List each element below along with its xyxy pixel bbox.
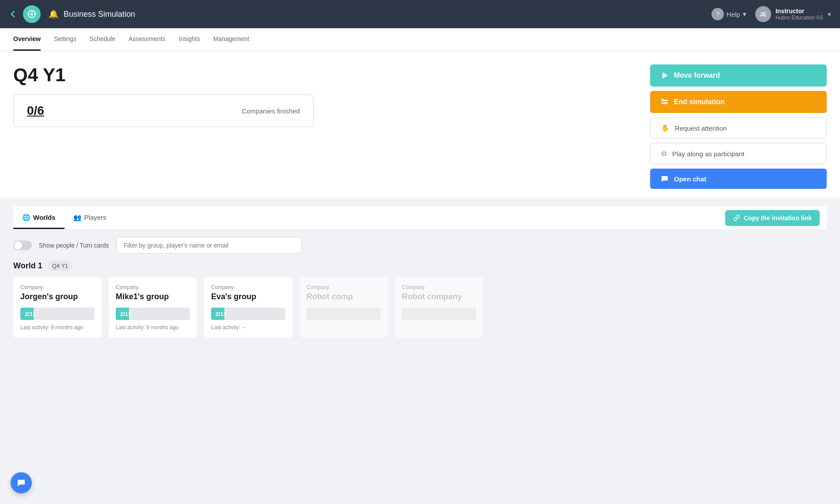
world-1-section: World 1 Q4 Y1 Company Jorgen's group 2/1… [13,261,827,338]
progress-value: 2/11 [216,311,227,317]
tab-players[interactable]: 👥 Players [64,207,115,229]
play-along-label: Play along as participant [672,150,744,158]
company-card: Company Jorgen's group 2/11 Last activit… [13,277,102,338]
user-menu[interactable]: JE Instructor Hubro Education AS ▾ [755,6,831,22]
progress-bar-fill: 2/11 [116,308,129,320]
copy-link-label: Copy the invitation link [744,214,812,222]
svg-point-3 [31,17,33,18]
user-chevron-icon: ▾ [828,10,831,19]
svg-rect-8 [662,102,668,104]
tab-schedule[interactable]: Schedule [90,28,115,51]
progress-bar-fill: 2/11 [20,308,34,320]
hand-icon: ✋ [661,124,670,132]
company-name: Robot company [402,292,476,301]
app-header: 🔔 Business Simulation ? Help ▾ JE Instru… [0,0,840,28]
tab-assessments[interactable]: Assessments [129,28,165,51]
action-buttons: Move forward End simulation ✋ Request at… [650,64,827,189]
progress-label: Companies finished [242,107,300,115]
end-simulation-button[interactable]: End simulation [650,91,827,113]
back-button[interactable] [9,10,18,19]
company-card-robot: Company Robot company [395,277,483,338]
play-along-button[interactable]: ⊙ Play along as participant [650,143,827,164]
help-label: Help [726,11,740,18]
move-forward-button[interactable]: Move forward [650,64,827,87]
svg-rect-7 [662,100,668,101]
company-cards-row: Company Jorgen's group 2/11 Last activit… [13,277,827,338]
globe-icon: 🌐 [22,214,30,222]
company-name: Robot comp [306,292,381,301]
company-label: Company [20,284,95,290]
last-activity: Last activity: 9 months ago [116,324,190,331]
tab-settings[interactable]: Settings [54,28,76,51]
content-grid: Q4 Y1 0/6 Companies finished Move forwar… [13,64,827,189]
header-right: ? Help ▾ JE Instructor Hubro Education A… [711,6,831,22]
tab-insights[interactable]: Insights [179,28,200,51]
company-name: Eva's group [211,292,285,301]
company-card-robot: Company Robot comp [299,277,388,338]
progress-bar-fill: 2/11 [211,308,224,320]
play-icon: ⊙ [661,150,667,158]
svg-point-2 [31,11,33,12]
bottom-section: 🌐 Worlds 👥 Players Copy the invitation l… [0,198,840,351]
company-card: Company Eva's group 2/11 Last activity: … [204,277,292,338]
help-icon: ? [711,8,724,20]
progress-count: 0/6 [27,104,44,118]
progress-bar: 2/11 [116,308,190,320]
players-tab-label: Players [84,214,106,221]
company-name: Mike1's group [116,292,190,301]
filter-row: Show people / Turn cards [13,237,827,254]
last-activity: Last activity: -- [211,324,285,331]
progress-value: 2/11 [120,311,131,317]
company-label: Company [402,284,476,290]
move-forward-label: Move forward [674,71,720,79]
request-attention-label: Request attention [675,124,727,132]
tab-management[interactable]: Management [213,28,250,51]
user-name: Instructor [776,8,823,15]
filter-toggle-label: Show people / Turn cards [39,242,109,249]
svg-point-1 [30,13,33,15]
players-icon: 👥 [73,214,82,222]
svg-marker-6 [662,72,668,79]
header-left: 🔔 Business Simulation [9,5,135,23]
company-name: Jorgen's group [20,292,95,301]
page-title: Q4 Y1 [13,64,650,86]
svg-point-4 [28,14,30,15]
app-logo [23,5,41,23]
company-label: Company [116,284,190,290]
notification-bell-icon[interactable]: 🔔 [49,9,58,19]
end-simulation-label: End simulation [674,98,725,106]
help-chevron-icon: ▾ [743,10,746,18]
company-label: Company [211,284,285,290]
open-chat-label: Open chat [674,175,706,183]
company-label: Company [306,284,381,290]
tab-overview[interactable]: Overview [13,28,41,51]
copy-invitation-link-button[interactable]: Copy the invitation link [725,210,820,226]
user-info-text: Instructor Hubro Education AS [776,8,823,21]
worlds-tab-label: Worlds [33,214,56,221]
open-chat-button[interactable]: Open chat [650,169,827,189]
help-button[interactable]: ? Help ▾ [711,8,746,20]
world-title: World 1 [13,261,42,271]
svg-point-5 [34,14,36,15]
avatar: JE [755,6,771,22]
company-card: Company Mike1's group 2/11 Last activity… [109,277,197,338]
period-badge: Q4 Y1 [48,261,73,271]
left-section: Q4 Y1 0/6 Companies finished [13,64,650,127]
worlds-tab-bar: 🌐 Worlds 👥 Players Copy the invitation l… [13,207,827,230]
request-attention-button[interactable]: ✋ Request attention [650,117,827,139]
progress-bar [306,308,381,320]
tab-worlds[interactable]: 🌐 Worlds [13,207,64,229]
progress-value: 2/11 [25,311,36,317]
tab-bar-left: 🌐 Worlds 👥 Players [13,207,115,229]
nav-tabs: Overview Settings Schedule Assessments I… [0,28,840,51]
progress-card: 0/6 Companies finished [13,94,314,127]
app-title: Business Simulation [64,10,135,19]
show-people-toggle[interactable] [13,241,32,250]
last-activity: Last activity: 9 months ago [20,324,95,331]
progress-bar: 2/11 [211,308,285,320]
user-org: Hubro Education AS [776,15,823,21]
progress-bar [402,308,476,320]
world-title-row: World 1 Q4 Y1 [13,261,827,271]
filter-input[interactable] [116,237,302,254]
main-content: Q4 Y1 0/6 Companies finished Move forwar… [0,51,840,198]
